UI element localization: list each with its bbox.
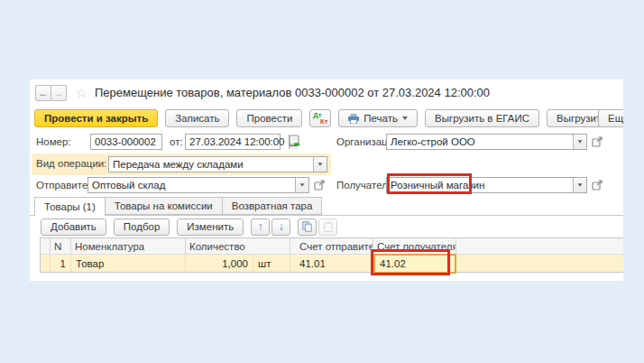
receiver-input[interactable]: Розничный магазин — [386, 177, 587, 193]
dropdown-caret-icon — [402, 116, 408, 120]
command-bar: Провести и закрыть Записать Провести Дт … — [34, 108, 623, 128]
acc-receiver-cell[interactable]: 41.02 — [373, 254, 456, 274]
pick-items-label: Подбор — [124, 221, 161, 232]
sender-dropdown-button[interactable] — [295, 178, 308, 192]
post-button[interactable]: Провести — [236, 109, 302, 127]
arrow-up-icon: ↑ — [258, 220, 263, 233]
credit-icon: Кт — [320, 117, 327, 126]
favorite-star-icon[interactable]: ☆ — [76, 86, 87, 100]
sender-input[interactable]: Оптовый склад — [87, 177, 309, 193]
paste-icon — [324, 221, 333, 232]
item-cell[interactable]: Товар — [71, 255, 186, 272]
dropdown-caret-icon — [577, 140, 582, 143]
edit-row-label: Изменить — [187, 221, 234, 232]
save-button[interactable]: Записать — [165, 109, 229, 127]
organization-dropdown-button[interactable] — [573, 135, 586, 149]
table-row[interactable]: 1 Товар 1,000 шт 41.01 41.02 — [41, 254, 623, 272]
page-title: Перемещение товаров, материалов 0033-000… — [95, 86, 490, 99]
number-input[interactable]: 0033-000002 — [90, 134, 162, 150]
row-service-cell — [41, 255, 51, 272]
add-row-label: Добавить — [51, 221, 97, 232]
number-value: 0033-000002 — [95, 136, 156, 147]
header-acc-sender: Счет отправителя — [290, 238, 373, 254]
receiver-value: Розничный магазин — [391, 180, 484, 191]
operation-value: Передача между складами — [113, 159, 244, 170]
organization-value: Легко-строй ООО — [391, 136, 475, 147]
move-row-down-button[interactable]: ↓ — [271, 219, 290, 236]
date-value: 27.03.2024 12:00:00 — [189, 136, 285, 147]
post-and-close-label: Провести и закрыть — [44, 113, 148, 124]
back-arrow-icon: ← — [39, 88, 49, 98]
tab-commission-goods-label: Товары на комиссии — [115, 200, 213, 211]
nav-forward-button[interactable]: → — [51, 85, 67, 101]
more-button[interactable]: Ещё — [598, 109, 623, 127]
open-link-icon[interactable] — [592, 180, 603, 191]
post-and-close-button[interactable]: Провести и закрыть — [34, 109, 158, 127]
unit-cell[interactable]: шт — [253, 255, 290, 272]
tab-returnable-packaging[interactable]: Возвратная тара — [222, 197, 323, 215]
operation-dropdown-button[interactable] — [313, 157, 327, 172]
number-label: Номер: — [36, 136, 71, 147]
pick-items-button[interactable]: Подбор — [114, 219, 170, 236]
save-label: Записать — [175, 113, 219, 124]
more-label: Ещё — [608, 113, 623, 124]
table-header-row: N Номенклатура Количество Счет отправите… — [41, 238, 623, 254]
header-qty: Количество — [186, 238, 290, 254]
dropdown-caret-icon — [317, 163, 322, 165]
tab-goods[interactable]: Товары (1) — [34, 197, 106, 216]
printer-icon — [348, 114, 359, 124]
acc-sender-cell[interactable]: 41.01 — [290, 255, 373, 272]
date-input[interactable]: 27.03.2024 12:00:00 — [185, 134, 281, 150]
date-prefix-label: от: — [170, 136, 183, 147]
dropdown-caret-icon — [299, 183, 304, 186]
add-row-button[interactable]: Добавить — [41, 219, 106, 236]
dropdown-caret-icon — [577, 183, 582, 186]
header-n: N — [51, 238, 71, 254]
sender-value: Оптовый склад — [92, 180, 165, 191]
move-row-up-button[interactable]: ↑ — [251, 219, 270, 236]
items-toolbar: Добавить Подбор Изменить ↑ ↓ — [41, 218, 337, 236]
copy-rows-button[interactable] — [298, 219, 317, 236]
edit-row-button[interactable]: Изменить — [177, 219, 244, 236]
forward-arrow-icon: → — [54, 88, 64, 98]
header-item: Номенклатура — [71, 238, 186, 254]
print-button[interactable]: Печать — [338, 109, 418, 127]
post-label: Провести — [246, 113, 292, 124]
paste-rows-button[interactable] — [318, 219, 337, 236]
document-window: ← → ☆ Перемещение товаров, материалов 00… — [30, 79, 623, 281]
header-service-column — [41, 238, 51, 254]
header-acc-receiver: Счет получателя — [373, 238, 456, 254]
tab-bar: Товары (1) Товары на комиссии Возвратная… — [34, 197, 321, 216]
desktop-background: { "window": { "title": "Перемещение това… — [0, 0, 644, 363]
tab-goods-label: Товары (1) — [44, 201, 96, 212]
open-link-icon[interactable] — [592, 136, 603, 147]
tab-commission-goods[interactable]: Товары на комиссии — [105, 197, 223, 215]
nav-back-button[interactable]: ← — [35, 85, 51, 101]
create-based-on-icon[interactable] — [289, 135, 301, 147]
upload-egais-button[interactable]: Выгрузить в ЕГАИС — [425, 109, 539, 127]
organization-input[interactable]: Легко-строй ООО — [386, 134, 587, 150]
print-label: Печать — [363, 113, 398, 124]
operation-input[interactable]: Передача между складами — [108, 156, 327, 172]
header-filler — [456, 238, 623, 254]
qty-cell[interactable]: 1,000 — [186, 255, 253, 272]
arrow-down-icon: ↓ — [279, 220, 284, 233]
operation-label: Вид операции: — [36, 158, 106, 169]
row-filler — [456, 255, 623, 272]
upload-egais-label: Выгрузить в ЕГАИС — [435, 113, 529, 124]
row-number-cell[interactable]: 1 — [51, 255, 71, 272]
tab-returnable-packaging-label: Возвратная тара — [232, 200, 313, 211]
receiver-dropdown-button[interactable] — [573, 178, 586, 192]
items-table: N Номенклатура Количество Счет отправите… — [40, 237, 623, 273]
debit-credit-button[interactable]: Дт Кт — [309, 109, 331, 127]
copy-icon — [302, 221, 312, 232]
open-link-icon[interactable] — [314, 180, 325, 191]
